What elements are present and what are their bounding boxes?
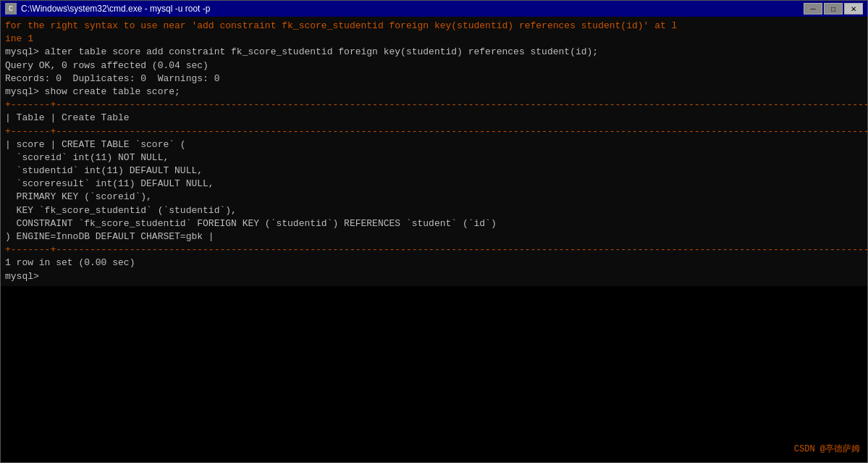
terminal-line: `scoreresult` int(11) DEFAULT NULL, xyxy=(5,178,863,191)
terminal-line: for the right syntax to use near 'add co… xyxy=(5,20,863,33)
terminal-line: mysql> alter table score add constraint … xyxy=(5,46,863,59)
app-icon: C xyxy=(5,3,17,14)
terminal-line: mysql> xyxy=(5,270,863,283)
watermark: CSDN @亭德萨姆 xyxy=(794,443,860,455)
terminal-line: ) ENGINE=InnoDB DEFAULT CHARSET=gbk | xyxy=(5,230,863,243)
titlebar-left: C C:\Windows\system32\cmd.exe - mysql -u… xyxy=(5,3,210,14)
terminal[interactable]: for the right syntax to use near 'add co… xyxy=(1,17,867,286)
terminal-line: KEY `fk_score_studentid` (`studentid`), xyxy=(5,204,863,217)
maximize-button[interactable]: □ xyxy=(824,3,843,14)
terminal-line: +-------+-------------------------------… xyxy=(5,99,863,112)
terminal-line: 1 row in set (0.00 sec) xyxy=(5,256,863,270)
window-title: C:\Windows\system32\cmd.exe - mysql -u r… xyxy=(21,4,210,14)
terminal-line: Query OK, 0 rows affected (0.04 sec) xyxy=(5,59,863,72)
terminal-line: | Table | Create Table | xyxy=(5,112,863,125)
titlebar: C C:\Windows\system32\cmd.exe - mysql -u… xyxy=(1,1,867,17)
terminal-line: Records: 0 Duplicates: 0 Warnings: 0 xyxy=(5,72,863,85)
terminal-line: PRIMARY KEY (`scoreid`), xyxy=(5,191,863,204)
terminal-line: | score | CREATE TABLE `score` ( xyxy=(5,138,863,151)
terminal-line: ine 1 xyxy=(5,33,863,46)
minimize-button[interactable]: ─ xyxy=(804,3,822,14)
terminal-line: `studentid` int(11) DEFAULT NULL, xyxy=(5,164,863,178)
window: C C:\Windows\system32\cmd.exe - mysql -u… xyxy=(0,0,868,463)
terminal-line: mysql> show create table score; xyxy=(5,85,863,99)
terminal-line: `scoreid` int(11) NOT NULL, xyxy=(5,151,863,164)
terminal-wrapper: for the right syntax to use near 'add co… xyxy=(1,17,867,462)
titlebar-controls: ─ □ ✕ xyxy=(804,3,863,14)
terminal-line: CONSTRAINT `fk_score_studentid` FOREIGN … xyxy=(5,217,863,230)
terminal-line: +-------+-------------------------------… xyxy=(5,243,863,256)
close-button[interactable]: ✕ xyxy=(844,3,863,14)
terminal-line: +-------+-------------------------------… xyxy=(5,125,863,138)
